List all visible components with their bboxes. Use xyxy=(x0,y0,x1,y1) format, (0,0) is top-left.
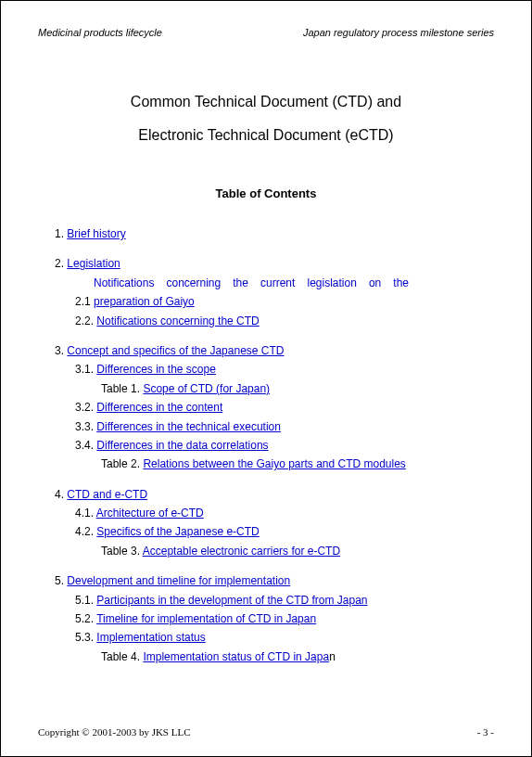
toc-link-participants[interactable]: Participants in the development of the C… xyxy=(96,594,367,607)
toc-link-brief-history[interactable]: Brief history xyxy=(67,227,125,240)
toc-num: 3.3. xyxy=(75,420,94,433)
toc-num: 1. xyxy=(55,227,64,240)
toc-link-legislation[interactable]: Legislation xyxy=(67,257,120,270)
toc-link-line2: preparation of Gaiyo xyxy=(94,295,195,308)
footer-page-number: - 3 - xyxy=(477,726,494,738)
toc-section-2: 2. Legislation 2.1 Notifications concern… xyxy=(55,254,485,330)
page: Medicinal products lifecycle Japan regul… xyxy=(0,0,532,757)
toc-link-table-relations[interactable]: Relations between the Gaiyo parts and CT… xyxy=(143,457,405,470)
toc-section-5: 5. Development and timeline for implemen… xyxy=(55,571,485,666)
toc-num: 2.2. xyxy=(75,314,94,327)
toc-sub-3-4: 3.4. Differences in the data correlation… xyxy=(55,436,485,455)
toc-sub-5-3: 5.3. Implementation status xyxy=(55,628,485,647)
header-left: Medicinal products lifecycle xyxy=(38,27,162,38)
toc-num: 2.1 xyxy=(75,295,91,308)
toc-sub-5-1: 5.1. Participants in the development of … xyxy=(55,591,485,609)
toc-table-prefix: Table 4. xyxy=(101,650,140,663)
toc-num: 4.2. xyxy=(75,525,94,538)
toc-sub-4-1: 4.1. Architecture of e-CTD xyxy=(55,504,485,522)
toc-num: 4.1. xyxy=(75,507,94,520)
table-of-contents: 1. Brief history 2. Legislation 2.1 Noti… xyxy=(38,225,494,677)
toc-heading: Table of Contents xyxy=(38,186,494,200)
toc-table-4: Table 4. Implementation status of CTD in… xyxy=(55,648,485,666)
page-header: Medicinal products lifecycle Japan regul… xyxy=(38,27,494,38)
toc-sub-3-1: 3.1. Differences in the scope xyxy=(55,360,485,378)
toc-link-dev-timeline[interactable]: Development and timeline for implementat… xyxy=(67,574,290,587)
title-line-1: Common Technical Document (CTD) and xyxy=(38,94,494,110)
toc-section-1: 1. Brief history xyxy=(55,225,485,243)
title-line-2: Electronic Technical Document (eCTD) xyxy=(38,127,494,144)
toc-link-diff-data[interactable]: Differences in the data correlations xyxy=(96,439,268,452)
header-right: Japan regulatory process milestone serie… xyxy=(303,27,494,38)
toc-num: 5. xyxy=(55,574,64,587)
toc-table-prefix: Table 1. xyxy=(101,382,140,395)
toc-num: 3.2. xyxy=(75,401,94,414)
toc-link-ctd-ectd[interactable]: CTD and e-CTD xyxy=(67,488,147,501)
toc-link-notifications-ctd[interactable]: Notifications concerning the CTD xyxy=(96,314,259,327)
toc-link-table-carriers[interactable]: Acceptable electronic carriers for e-CTD xyxy=(143,545,340,558)
toc-table-2: Table 2. Relations between the Gaiyo par… xyxy=(55,455,485,473)
toc-link-notifications-gaiyo[interactable]: Notifications concerning the current leg… xyxy=(94,274,409,312)
toc-table-1: Table 1. Scope of CTD (for Japan) xyxy=(55,379,485,398)
toc-table-tail: n xyxy=(329,650,336,663)
toc-link-table-scope[interactable]: Scope of CTD (for Japan) xyxy=(143,382,270,395)
toc-num: 3.1. xyxy=(75,363,94,376)
toc-num: 3.4. xyxy=(75,439,94,452)
toc-link-concept-specifics[interactable]: Concept and specifics of the Japanese CT… xyxy=(67,344,284,357)
toc-table-3: Table 3. Acceptable electronic carriers … xyxy=(55,542,485,560)
toc-num: 5.3. xyxy=(75,631,94,644)
toc-sub-4-2: 4.2. Specifics of the Japanese e-CTD xyxy=(55,522,485,541)
toc-link-specifics-ectd[interactable]: Specifics of the Japanese e-CTD xyxy=(96,525,259,538)
toc-sub-5-2: 5.2. Timeline for implementation of CTD … xyxy=(55,609,485,628)
toc-num: 2. xyxy=(55,257,64,270)
toc-num: 5.2. xyxy=(75,612,94,625)
toc-link-table-impl-status[interactable]: Implementation status of CTD in Japa xyxy=(143,650,329,663)
toc-sub-3-2: 3.2. Differences in the content xyxy=(55,398,485,417)
toc-sub-2-1: 2.1 Notifications concerning the current… xyxy=(55,274,485,312)
toc-sub-3-3: 3.3. Differences in the technical execut… xyxy=(55,417,485,436)
toc-num: 4. xyxy=(55,488,64,501)
footer-copyright: Copyright © 2001-2003 by JKS LLC xyxy=(38,726,191,738)
document-title: Common Technical Document (CTD) and Elec… xyxy=(38,94,494,160)
toc-sub-2-2: 2.2. Notifications concerning the CTD xyxy=(55,312,485,330)
toc-link-impl-status[interactable]: Implementation status xyxy=(96,631,205,644)
toc-link-diff-tech[interactable]: Differences in the technical execution xyxy=(96,420,281,433)
toc-table-prefix: Table 2. xyxy=(101,457,140,470)
toc-link-diff-content[interactable]: Differences in the content xyxy=(96,401,222,414)
toc-section-3: 3. Concept and specifics of the Japanese… xyxy=(55,341,485,474)
toc-link-arch-ectd[interactable]: Architecture of e-CTD xyxy=(96,507,204,520)
toc-num: 3. xyxy=(55,344,64,357)
toc-link-line1: Notifications concerning the current leg… xyxy=(94,274,409,292)
page-footer: Copyright © 2001-2003 by JKS LLC - 3 - xyxy=(38,721,494,738)
toc-link-timeline-impl[interactable]: Timeline for implementation of CTD in Ja… xyxy=(96,612,316,625)
toc-link-diff-scope[interactable]: Differences in the scope xyxy=(96,363,216,376)
toc-section-4: 4. CTD and e-CTD 4.1. Architecture of e-… xyxy=(55,485,485,561)
toc-num: 5.1. xyxy=(75,594,94,607)
toc-table-prefix: Table 3. xyxy=(101,545,140,558)
